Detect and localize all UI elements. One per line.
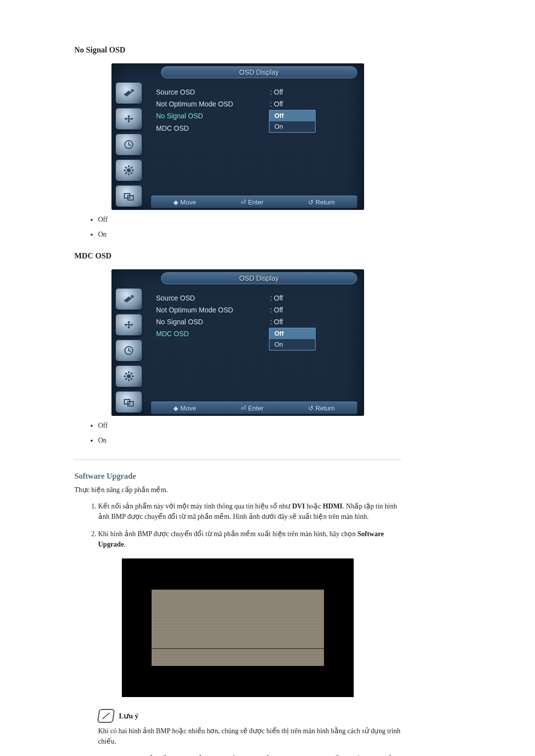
osd-label: Not Optimum Mode OSD — [156, 100, 270, 108]
osd-side-icons — [115, 288, 145, 413]
bmp-static-image — [152, 590, 324, 666]
options-list-nosignal: Off On — [74, 216, 401, 239]
osd-title: OSD Display — [161, 66, 357, 78]
nav-icon-multi[interactable] — [115, 391, 142, 413]
section-divider — [74, 459, 401, 460]
svg-line-21 — [131, 378, 132, 380]
osd-footer-enter: ⏎ Enter — [241, 404, 264, 412]
nav-icon-tool[interactable] — [115, 82, 142, 104]
note-label: Lưu ý — [119, 711, 139, 720]
options-list-mdc: Off On — [74, 422, 401, 445]
osd-row-nosignal[interactable]: No Signal OSD : Off — [156, 316, 349, 328]
osd-dropdown[interactable]: Off On — [269, 110, 316, 133]
osd-option-on[interactable]: On — [269, 339, 315, 350]
list-item: Off — [98, 422, 401, 430]
nav-icon-move[interactable] — [115, 108, 142, 130]
osd-value: : Off — [270, 306, 283, 314]
nav-icon-gear[interactable] — [115, 159, 142, 181]
nav-icon-time[interactable] — [115, 134, 142, 155]
osd-label: No Signal OSD — [156, 112, 270, 120]
svg-line-9 — [131, 167, 132, 168]
nav-icon-time[interactable] — [115, 340, 142, 361]
nav-icon-tool[interactable] — [115, 288, 142, 310]
osd-footer-move: ◆ Move — [173, 404, 196, 412]
list-item: On — [98, 437, 401, 445]
osd-value: : Off — [270, 88, 283, 96]
osd-content: Source OSD : Off Not Optimum Mode OSD : … — [156, 86, 349, 146]
osd-option-off[interactable]: Off — [269, 110, 315, 121]
osd-panel-mdc: OSD Display So — [111, 269, 364, 416]
osd-label: MDC OSD — [156, 330, 270, 338]
osd-row-source[interactable]: Source OSD : Off — [156, 292, 349, 304]
note-bullet: Chúng tôi đề xuất quãng nghỉ phát lại gi… — [116, 754, 401, 756]
svg-line-10 — [125, 172, 127, 174]
svg-line-20 — [125, 373, 127, 374]
osd-title: OSD Display — [161, 272, 357, 284]
osd-footer-enter: ⏎ Enter — [241, 199, 264, 206]
list-item: On — [98, 231, 401, 239]
svg-point-2 — [127, 168, 131, 172]
upgrade-intro: Thực hiện nâng cấp phần mềm. — [74, 486, 401, 494]
heading-mdc-osd: MDC OSD — [74, 252, 401, 260]
svg-line-23 — [125, 378, 127, 380]
bmp-screenshot — [122, 558, 354, 697]
osd-row-mdc-active[interactable]: MDC OSD — [156, 328, 349, 340]
upgrade-steps: Kết nối sản phẩm này với một máy tính th… — [74, 501, 401, 550]
osd-dropdown[interactable]: Off On — [269, 328, 316, 351]
nav-icon-gear[interactable] — [115, 365, 142, 387]
svg-line-8 — [131, 172, 132, 174]
osd-label: Source OSD — [156, 88, 270, 96]
nav-icon-move[interactable] — [115, 314, 142, 336]
osd-label: No Signal OSD — [156, 318, 270, 326]
osd-option-on[interactable]: On — [269, 121, 315, 132]
heading-software-upgrade: Software Upgrade — [74, 472, 401, 481]
osd-side-icons — [115, 82, 145, 207]
osd-footer: ◆ Move ⏎ Enter ↺ Return — [151, 402, 357, 414]
heading-no-signal-osd: No Signal OSD — [74, 46, 401, 54]
step-2: Khi hình ảnh BMP được chuyển đổi từ mã p… — [98, 529, 401, 550]
osd-value: : Off — [270, 318, 283, 326]
osd-option-off[interactable]: Off — [269, 328, 315, 339]
osd-row-source[interactable]: Source OSD : Off — [156, 86, 349, 98]
osd-label: MDC OSD — [156, 124, 270, 132]
osd-footer-return: ↺ Return — [308, 404, 335, 412]
osd-value: : Off — [270, 294, 283, 302]
osd-row-notoptimum[interactable]: Not Optimum Mode OSD : Off — [156, 98, 349, 110]
osd-row-notoptimum[interactable]: Not Optimum Mode OSD : Off — [156, 304, 349, 316]
osd-label: Source OSD — [156, 294, 270, 302]
osd-row-mdc[interactable]: MDC OSD — [156, 134, 349, 146]
note-icon — [97, 709, 115, 723]
osd-row-nosignal-active[interactable]: No Signal OSD — [156, 110, 349, 122]
svg-line-7 — [125, 167, 127, 168]
svg-point-0 — [131, 89, 134, 92]
nav-icon-multi[interactable] — [115, 185, 142, 207]
svg-line-22 — [131, 373, 132, 374]
osd-content: Source OSD : Off Not Optimum Mode OSD : … — [156, 292, 349, 351]
svg-point-15 — [127, 374, 131, 378]
osd-value: : Off — [270, 100, 283, 108]
svg-point-13 — [131, 295, 134, 298]
list-item: Off — [98, 216, 401, 224]
osd-footer-return: ↺ Return — [308, 199, 335, 206]
note-body: Khi có hai hình ảnh BMP hoặc nhiều hơn, … — [98, 726, 401, 747]
osd-footer-move: ◆ Move — [173, 199, 196, 206]
osd-label: Not Optimum Mode OSD — [156, 306, 270, 314]
osd-panel-no-signal: OSD Display So — [111, 63, 364, 210]
note-heading: Lưu ý — [98, 709, 401, 723]
osd-footer: ◆ Move ⏎ Enter ↺ Return — [151, 196, 357, 208]
step-1: Kết nối sản phẩm này với một máy tính th… — [98, 501, 401, 522]
note-bullets: Chúng tôi đề xuất quãng nghỉ phát lại gi… — [74, 754, 401, 756]
